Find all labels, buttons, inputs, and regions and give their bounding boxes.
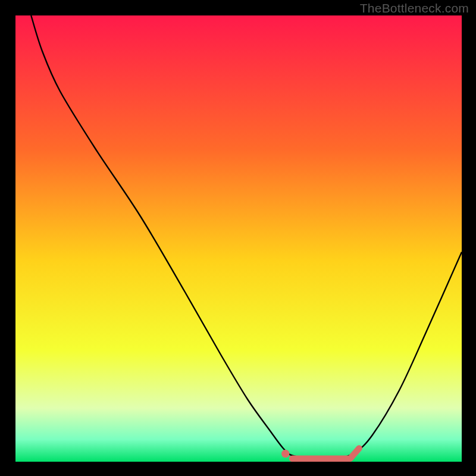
chart-svg [15, 15, 462, 462]
watermark-text: TheBottleneck.com [360, 1, 469, 15]
optimum-dot [281, 450, 290, 458]
chart-container: TheBottleneck.com [0, 0, 476, 476]
gradient-background [15, 15, 462, 462]
plot-area [15, 15, 462, 462]
